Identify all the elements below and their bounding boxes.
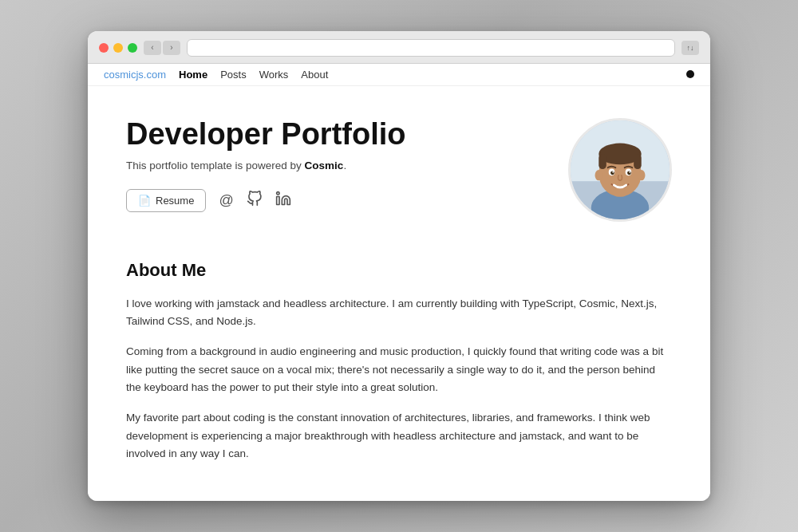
about-para-2: Coming from a background in audio engine… <box>126 343 672 396</box>
page-title: Developer Portfolio <box>126 118 536 152</box>
maximize-button[interactable] <box>128 43 137 53</box>
resume-icon: 📄 <box>138 195 151 207</box>
browser-action-button[interactable]: ↑↓ <box>681 41 699 55</box>
about-para-1: I love working with jamstack and headles… <box>126 295 672 331</box>
nav-link-home[interactable]: Home <box>179 69 207 81</box>
svg-point-18 <box>638 170 646 180</box>
about-para-3: My favorite part about coding is the con… <box>126 409 672 463</box>
svg-point-17 <box>595 170 603 180</box>
svg-point-14 <box>627 171 631 175</box>
address-bar[interactable] <box>187 39 675 57</box>
about-title: About Me <box>126 260 672 281</box>
nav-link-about[interactable]: About <box>301 69 328 81</box>
nav-dot <box>686 70 694 78</box>
resume-button[interactable]: 📄 Resume <box>126 189 206 212</box>
browser-titlebar: ‹ › ↑↓ <box>99 39 699 57</box>
hero-text: Developer Portfolio This portfolio templ… <box>126 118 536 212</box>
browser-chrome: ‹ › ↑↓ <box>88 31 710 64</box>
site-nav: cosmicjs.com Home Posts Works About <box>88 64 710 86</box>
nav-buttons: ‹ › <box>144 41 180 55</box>
svg-rect-9 <box>598 154 606 169</box>
browser-window: ‹ › ↑↓ cosmicjs.com Home Posts Works Abo… <box>88 31 710 501</box>
svg-point-13 <box>610 171 614 175</box>
github-icon[interactable] <box>247 191 263 211</box>
back-button[interactable]: ‹ <box>144 41 161 55</box>
linkedin-icon[interactable] <box>275 191 291 211</box>
page-content: Developer Portfolio This portfolio templ… <box>88 86 710 501</box>
forward-button[interactable]: › <box>163 41 180 55</box>
svg-rect-0 <box>276 196 279 204</box>
svg-rect-10 <box>634 154 642 169</box>
hero-actions: 📄 Resume @ <box>126 189 536 212</box>
svg-point-1 <box>276 191 279 194</box>
subtitle-post: . <box>343 160 346 171</box>
traffic-lights <box>99 43 137 53</box>
avatar <box>568 118 672 222</box>
resume-label: Resume <box>156 195 194 207</box>
nav-link-works[interactable]: Works <box>259 69 289 81</box>
email-icon[interactable]: @ <box>219 192 233 209</box>
nav-brand[interactable]: cosmicjs.com <box>104 69 166 81</box>
minimize-button[interactable] <box>113 43 123 53</box>
nav-link-posts[interactable]: Posts <box>220 69 247 81</box>
about-section: About Me I love working with jamstack an… <box>126 260 672 463</box>
svg-point-15 <box>612 171 614 173</box>
subtitle-brand: Cosmic <box>305 160 344 171</box>
subtitle-pre: This portfolio template is powered by <box>126 160 305 171</box>
svg-point-16 <box>629 171 630 173</box>
close-button[interactable] <box>99 43 109 53</box>
hero-section: Developer Portfolio This portfolio templ… <box>126 118 672 222</box>
hero-subtitle: This portfolio template is powered by Co… <box>126 160 536 171</box>
